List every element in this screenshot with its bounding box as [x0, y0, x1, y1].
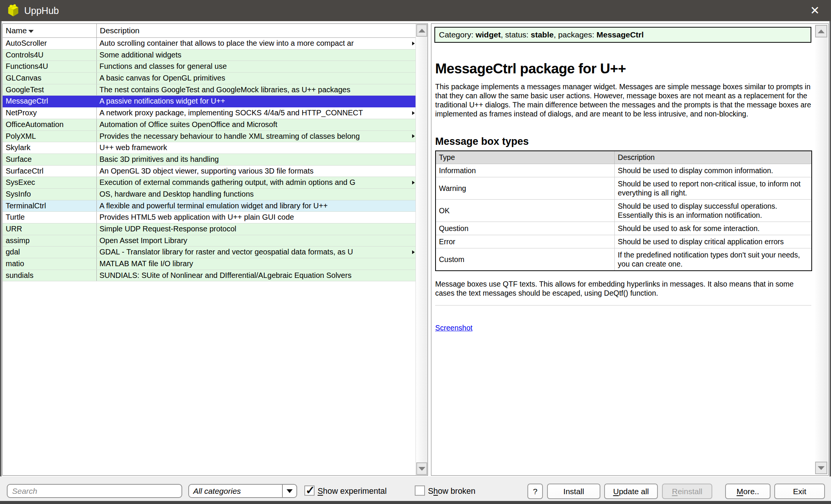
package-row[interactable]: sundialsSUNDIALS: SUite of Nonlinear and…: [3, 270, 416, 282]
scroll-down-button[interactable]: [815, 462, 827, 474]
package-description-cell: OS, hardware and Desktop handling functi…: [97, 189, 416, 200]
window-edge-bottom: [0, 501, 831, 504]
package-name-cell: Skylark: [3, 142, 97, 154]
table-row: InformationShould be used to display com…: [436, 164, 812, 177]
package-row[interactable]: OfficeAutomationAutomation of Office sui…: [3, 119, 416, 131]
show-experimental-label[interactable]: Show experimental: [318, 487, 387, 496]
column-header-name[interactable]: Name: [3, 24, 97, 37]
package-row[interactable]: Functions4UFunctions and classes for gen…: [3, 61, 416, 73]
chevron-down-icon: [287, 489, 293, 493]
truncated-text-icon: [412, 111, 415, 115]
description-cell: Should be used to display successful ope…: [615, 200, 812, 222]
package-row[interactable]: MessageCtrlA passive notifications widge…: [3, 96, 416, 107]
package-description-cell: Automation of Office suites OpenOffice a…: [97, 119, 416, 130]
package-rows: AutoScrollerAuto scrolling container tha…: [3, 38, 416, 281]
scroll-up-button[interactable]: [416, 24, 427, 37]
show-broken-checkbox[interactable]: ✓: [415, 485, 425, 496]
package-description-cell: U++ web framework: [97, 142, 416, 154]
category-dropdown[interactable]: All categories: [188, 484, 297, 498]
package-row[interactable]: assimpOpen Asset Import Library: [3, 235, 416, 247]
package-description-cell: GDAL - Translator library for raster and…: [97, 247, 416, 258]
package-description-cell: An OpenGL 3D object viewer, supporting v…: [97, 166, 416, 177]
package-detail-panel: Category: widget, status: stable, packag…: [431, 23, 829, 476]
update-all-button[interactable]: Update all: [604, 484, 658, 499]
package-name-cell: SysInfo: [3, 189, 97, 200]
package-name-cell: assimp: [3, 235, 97, 247]
screenshot-link[interactable]: Screenshot: [435, 324, 473, 332]
arrow-up-icon: [419, 29, 425, 33]
package-name-cell: URR: [3, 223, 97, 235]
package-name-cell: OfficeAutomation: [3, 119, 97, 130]
package-row[interactable]: gdalGDAL - Translator library for raster…: [3, 247, 416, 258]
detail-scrollbar[interactable]: [815, 25, 828, 475]
more-button[interactable]: More..: [725, 484, 771, 499]
package-row[interactable]: Controls4USome additional widgets: [3, 50, 416, 61]
search-input[interactable]: [7, 484, 182, 498]
reinstall-button: Reinstall: [662, 484, 712, 499]
exit-button[interactable]: Exit: [774, 484, 825, 499]
package-row[interactable]: NetProxyA network proxy package, impleme…: [3, 107, 416, 119]
column-header-description[interactable]: Description: [97, 24, 416, 37]
scroll-down-button[interactable]: [416, 462, 427, 475]
column-header-description-label: Description: [100, 26, 140, 35]
package-name-cell: Turtle: [3, 212, 97, 223]
truncated-text-icon: [412, 250, 415, 254]
package-row[interactable]: PolyXMLProvides the necessary behaviour …: [3, 131, 416, 143]
packages-prefix: , packages:: [553, 30, 596, 39]
package-row[interactable]: SysExecExecution of external commands ga…: [3, 177, 416, 189]
list-scrollbar[interactable]: [416, 24, 428, 475]
package-name-cell: Controls4U: [3, 50, 97, 61]
window-edge-right: [829, 21, 831, 501]
description-cell: Should be used to ask for some interacti…: [615, 222, 812, 235]
type-cell: Warning: [436, 177, 615, 200]
package-row[interactable]: GoogleTestThe nest contains GoogleTest a…: [3, 84, 416, 96]
package-description-cell: Provides HTML5 web application with U++ …: [97, 212, 416, 223]
package-name-cell: Functions4U: [3, 61, 97, 72]
package-description-cell: A passive notifications widget for U++: [97, 96, 416, 107]
type-cell: Custom: [436, 248, 615, 271]
divider: [435, 305, 811, 306]
packages-value: MessageCtrl: [597, 30, 644, 39]
package-description-cell: Auto scrolling container that allows to …: [97, 38, 416, 49]
package-row[interactable]: matioMATLAB MAT file I/O library: [3, 258, 416, 270]
scroll-up-button[interactable]: [815, 25, 827, 37]
arrow-up-icon: [818, 29, 825, 33]
type-cell: Question: [436, 222, 615, 235]
package-row[interactable]: TurtleProvides HTML5 web application wit…: [3, 212, 416, 223]
package-row[interactable]: AutoScrollerAuto scrolling container tha…: [3, 38, 416, 50]
package-row[interactable]: SurfaceCtrlAn OpenGL 3D object viewer, s…: [3, 166, 416, 177]
close-icon[interactable]: ✕: [804, 0, 826, 21]
arrow-down-icon: [818, 466, 825, 470]
qtf-note-paragraph: Message boxes use QTF texts. This allows…: [435, 279, 811, 298]
package-row[interactable]: SkylarkU++ web framework: [3, 142, 416, 154]
package-row[interactable]: TerminalCtrlA flexible and powerful term…: [3, 200, 416, 212]
package-list: Name Description AutoScrollerAuto scroll…: [3, 24, 416, 475]
package-name-cell: AutoScroller: [3, 38, 97, 49]
table-row: OKShould be used to display successful o…: [436, 200, 812, 222]
show-broken-label[interactable]: Show broken: [428, 487, 476, 496]
table-row: QuestionShould be used to ask for some i…: [436, 222, 812, 235]
arrow-down-icon: [419, 467, 425, 471]
package-description-cell: Functions and classes for general use: [97, 61, 416, 72]
package-description-cell: Provides the necessary behaviour to hand…: [97, 131, 416, 142]
truncated-text-icon: [412, 134, 415, 138]
package-row[interactable]: URRSimple UDP Request-Response protocol: [3, 223, 416, 235]
package-row[interactable]: SurfaceBasic 3D primitives and its handl…: [3, 154, 416, 166]
sort-descending-icon: [28, 30, 34, 33]
dropdown-button[interactable]: [282, 485, 296, 497]
show-experimental-checkbox[interactable]: ✓: [304, 485, 315, 496]
list-header: Name Description: [3, 24, 416, 38]
package-row[interactable]: GLCanvasA basic canvas for OpenGL primit…: [3, 73, 416, 84]
types-col-type: Type: [436, 151, 615, 164]
package-name-cell: SysExec: [3, 177, 97, 188]
package-row[interactable]: SysInfoOS, hardware and Desktop handling…: [3, 189, 416, 200]
package-description-cell: Basic 3D primitives and its handling: [97, 154, 416, 165]
message-types-table: Type Description InformationShould be us…: [435, 150, 812, 271]
status-value: stable: [531, 30, 554, 39]
install-button[interactable]: Install: [547, 484, 600, 499]
package-name-cell: sundials: [3, 270, 97, 281]
column-header-name-label: Name: [6, 26, 27, 35]
help-button[interactable]: ?: [527, 484, 543, 499]
titlebar: UppHub ✕: [0, 0, 831, 21]
truncated-text-icon: [412, 181, 415, 185]
